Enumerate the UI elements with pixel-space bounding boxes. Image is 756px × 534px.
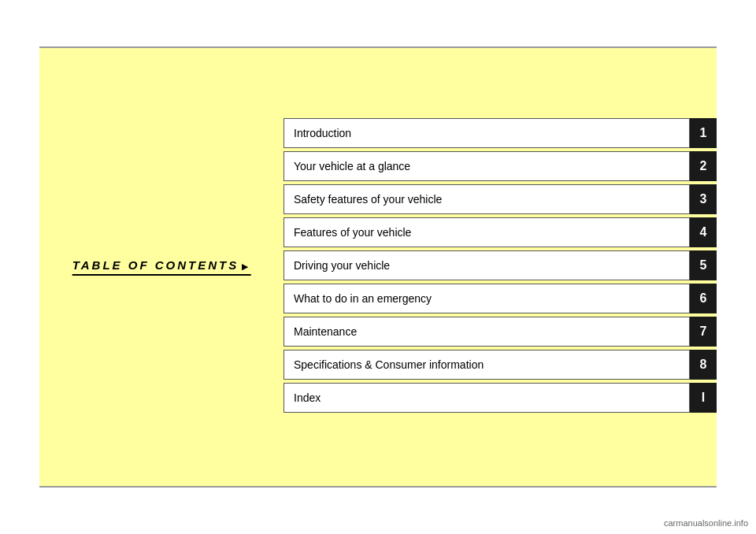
toc-row[interactable]: Specifications & Consumer information8 [284, 350, 717, 380]
toc-row[interactable]: Features of your vehicle4 [284, 217, 717, 247]
toc-number-1: 1 [690, 118, 717, 148]
toc-row[interactable]: Driving your vehicle5 [284, 250, 717, 280]
toc-number-7: 7 [690, 317, 717, 347]
toc-label-5: Driving your vehicle [284, 250, 690, 280]
page-container: TABLE OF CONTENTS Introduction1Your vehi… [39, 46, 717, 488]
toc-row[interactable]: Maintenance7 [284, 317, 717, 347]
toc-number-9: I [690, 383, 717, 413]
toc-row[interactable]: Your vehicle at a glance2 [284, 151, 717, 181]
main-content: TABLE OF CONTENTS Introduction1Your vehi… [39, 48, 717, 486]
toc-label-9: Index [284, 383, 690, 413]
toc-number-2: 2 [690, 151, 717, 181]
toc-label-7: Maintenance [284, 317, 690, 347]
toc-label-4: Features of your vehicle [284, 217, 690, 247]
toc-row[interactable]: IndexI [284, 383, 717, 413]
watermark: carmanualsonline.info [664, 518, 748, 528]
left-panel: TABLE OF CONTENTS [39, 48, 284, 486]
toc-label-6: What to do in an emergency [284, 284, 690, 313]
toc-number-6: 6 [690, 284, 717, 313]
toc-row[interactable]: Safety features of your vehicle3 [284, 184, 717, 214]
toc-label-8: Specifications & Consumer information [284, 350, 690, 380]
toc-label-2: Your vehicle at a glance [284, 151, 690, 181]
toc-label-1: Introduction [284, 118, 690, 148]
toc-label-3: Safety features of your vehicle [284, 184, 690, 214]
toc-number-8: 8 [690, 350, 717, 380]
toc-number-5: 5 [690, 250, 717, 280]
toc-row[interactable]: What to do in an emergency6 [284, 284, 717, 313]
toc-number-3: 3 [690, 184, 717, 214]
toc-number-4: 4 [690, 217, 717, 247]
right-panel: Introduction1Your vehicle at a glance2Sa… [284, 48, 717, 486]
toc-row[interactable]: Introduction1 [284, 118, 717, 148]
toc-title: TABLE OF CONTENTS [72, 258, 251, 276]
